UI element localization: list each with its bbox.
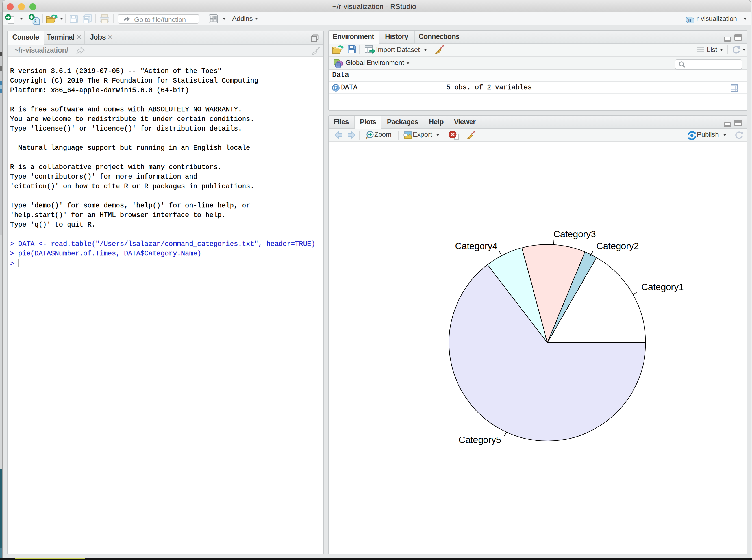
svg-text:Category1: Category1 [641, 282, 684, 292]
svg-text:R: R [688, 18, 692, 23]
svg-text:R: R [33, 18, 37, 24]
svg-text:Category3: Category3 [553, 229, 596, 239]
svg-text:Category5: Category5 [459, 435, 501, 445]
svg-text:Category2: Category2 [596, 241, 639, 251]
svg-text:Category4: Category4 [455, 241, 497, 251]
